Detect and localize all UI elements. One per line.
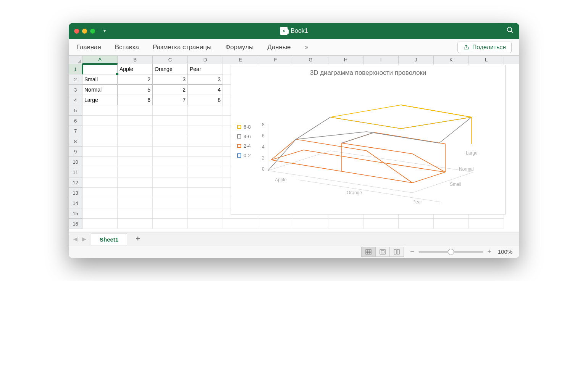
cell-D12[interactable] xyxy=(188,177,223,188)
cell-B1[interactable]: Apple xyxy=(118,64,153,74)
cell-B5[interactable] xyxy=(118,105,153,116)
zoom-in-button[interactable]: + xyxy=(486,248,493,256)
cell-D10[interactable] xyxy=(188,157,223,167)
zoom-out-button[interactable]: − xyxy=(409,248,415,256)
cell-J16[interactable] xyxy=(399,219,434,229)
column-header-A[interactable]: A xyxy=(82,56,118,64)
row-header-7[interactable]: 7 xyxy=(69,126,82,136)
cell-D6[interactable] xyxy=(188,116,223,126)
cell-B6[interactable] xyxy=(118,116,153,126)
cell-B10[interactable] xyxy=(118,157,153,167)
tab-home[interactable]: Главная xyxy=(76,44,101,51)
view-page-break[interactable] xyxy=(389,247,404,257)
cell-B8[interactable] xyxy=(118,136,153,147)
tab-insert[interactable]: Вставка xyxy=(115,44,139,51)
cell-A14[interactable] xyxy=(82,198,118,208)
cell-A2[interactable]: Small xyxy=(82,74,118,85)
more-tabs-icon[interactable]: » xyxy=(305,43,309,51)
column-header-K[interactable]: K xyxy=(434,56,469,64)
row-header-14[interactable]: 14 xyxy=(69,198,82,208)
cell-D14[interactable] xyxy=(188,198,223,208)
cell-D16[interactable] xyxy=(188,219,223,229)
zoom-thumb[interactable] xyxy=(448,249,454,255)
spreadsheet-grid[interactable]: ABCDEFGHIJKL 1AppleOrangePear2Small2333N… xyxy=(69,56,519,232)
column-header-H[interactable]: H xyxy=(328,56,363,64)
row-header-11[interactable]: 11 xyxy=(69,167,82,177)
cell-A6[interactable] xyxy=(82,116,118,126)
cell-C6[interactable] xyxy=(153,116,188,126)
column-header-F[interactable]: F xyxy=(258,56,293,64)
search-icon[interactable] xyxy=(506,26,514,35)
cell-C11[interactable] xyxy=(153,167,188,177)
cell-D1[interactable]: Pear xyxy=(188,64,223,74)
cell-C14[interactable] xyxy=(153,198,188,208)
cell-B2[interactable]: 2 xyxy=(118,74,153,85)
cell-D7[interactable] xyxy=(188,126,223,136)
column-header-D[interactable]: D xyxy=(188,56,223,64)
maximize-button[interactable] xyxy=(90,29,95,34)
cell-C15[interactable] xyxy=(153,208,188,219)
cell-A1[interactable] xyxy=(82,64,118,74)
cell-H16[interactable] xyxy=(328,219,363,229)
cell-B13[interactable] xyxy=(118,188,153,198)
column-header-E[interactable]: E xyxy=(223,56,258,64)
cell-C13[interactable] xyxy=(153,188,188,198)
cell-C5[interactable] xyxy=(153,105,188,116)
cell-C12[interactable] xyxy=(153,177,188,188)
row-header-3[interactable]: 3 xyxy=(69,85,82,95)
minimize-button[interactable] xyxy=(82,29,87,34)
cell-A16[interactable] xyxy=(82,219,118,229)
cell-C4[interactable]: 7 xyxy=(153,95,188,105)
row-header-12[interactable]: 12 xyxy=(69,177,82,188)
cell-B12[interactable] xyxy=(118,177,153,188)
zoom-value[interactable]: 100% xyxy=(498,248,512,255)
close-button[interactable] xyxy=(74,29,79,34)
column-header-I[interactable]: I xyxy=(363,56,399,64)
view-normal[interactable] xyxy=(361,247,376,257)
cell-B7[interactable] xyxy=(118,126,153,136)
column-header-L[interactable]: L xyxy=(469,56,504,64)
cell-L16[interactable] xyxy=(469,219,504,229)
tab-page-layout[interactable]: Разметка страницы xyxy=(153,44,212,51)
cell-C3[interactable]: 2 xyxy=(153,85,188,95)
chart-object[interactable]: 3D диаграмма поверхности проволоки 6-84-… xyxy=(231,65,506,214)
cell-A15[interactable] xyxy=(82,208,118,219)
cell-A8[interactable] xyxy=(82,136,118,147)
cell-D8[interactable] xyxy=(188,136,223,147)
cell-B16[interactable] xyxy=(118,219,153,229)
collapse-ribbon-icon[interactable]: ▾ xyxy=(103,28,106,34)
cell-C10[interactable] xyxy=(153,157,188,167)
sheet-nav-next[interactable]: ▶ xyxy=(82,236,86,242)
cell-C16[interactable] xyxy=(153,219,188,229)
cell-C8[interactable] xyxy=(153,136,188,147)
column-header-C[interactable]: C xyxy=(153,56,188,64)
cell-D15[interactable] xyxy=(188,208,223,219)
cell-E16[interactable] xyxy=(223,219,258,229)
sheet-nav-prev[interactable]: ◀ xyxy=(73,236,78,242)
row-header-4[interactable]: 4 xyxy=(69,95,82,105)
tab-formulas[interactable]: Формулы xyxy=(225,44,254,51)
row-header-10[interactable]: 10 xyxy=(69,157,82,167)
row-header-15[interactable]: 15 xyxy=(69,208,82,219)
row-header-16[interactable]: 16 xyxy=(69,219,82,229)
cell-B11[interactable] xyxy=(118,167,153,177)
tab-data[interactable]: Данные xyxy=(267,44,291,51)
column-header-G[interactable]: G xyxy=(293,56,328,64)
row-header-2[interactable]: 2 xyxy=(69,74,82,85)
row-header-5[interactable]: 5 xyxy=(69,105,82,116)
view-page-layout[interactable] xyxy=(375,247,390,257)
cell-B4[interactable]: 6 xyxy=(118,95,153,105)
cell-C1[interactable]: Orange xyxy=(153,64,188,74)
cell-D5[interactable] xyxy=(188,105,223,116)
cell-D4[interactable]: 8 xyxy=(188,95,223,105)
cell-A9[interactable] xyxy=(82,147,118,157)
column-header-J[interactable]: J xyxy=(399,56,434,64)
cell-D3[interactable]: 4 xyxy=(188,85,223,95)
cell-B15[interactable] xyxy=(118,208,153,219)
cell-D13[interactable] xyxy=(188,188,223,198)
cell-A5[interactable] xyxy=(82,105,118,116)
cell-C2[interactable]: 3 xyxy=(153,74,188,85)
cell-D11[interactable] xyxy=(188,167,223,177)
row-header-9[interactable]: 9 xyxy=(69,147,82,157)
cell-A11[interactable] xyxy=(82,167,118,177)
